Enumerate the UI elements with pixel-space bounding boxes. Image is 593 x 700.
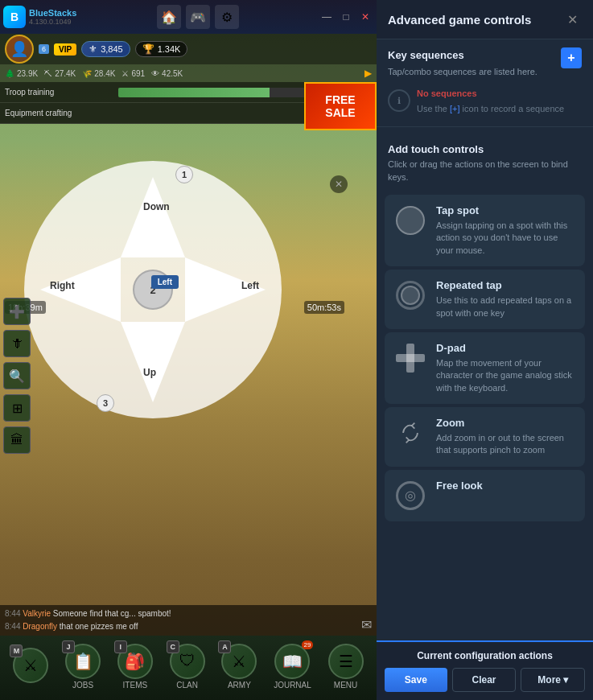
free-sale-banner[interactable]: FREESALE: [304, 82, 377, 130]
freelook-icon: ◎: [396, 481, 425, 510]
dpad-desc: Map the movement of your character or th…: [436, 357, 575, 394]
side-icon-3[interactable]: 🔍: [3, 362, 31, 389]
troops-value: 691: [131, 69, 145, 78]
repeated-tap-card[interactable]: Repeated tap Use this to add repeated ta…: [385, 270, 585, 329]
right-panel: Advanced game controls ✕ Key sequences +…: [377, 0, 593, 700]
key-sequences-section: Key sequences + Tap/combo sequences are …: [377, 39, 593, 118]
bottom-item-m[interactable]: ⚔ M: [13, 648, 48, 685]
gold-resource[interactable]: ⚜ 3,845: [81, 41, 130, 57]
settings-icon[interactable]: ⚙: [215, 5, 239, 29]
repeated-tap-text: Repeated tap Use this to add repeated ta…: [436, 279, 575, 319]
expand-arrow[interactable]: ▶: [364, 68, 372, 79]
footer-header: Current configuration actions: [385, 650, 585, 661]
panel-title: Advanced game controls: [388, 13, 531, 27]
side-icon-5[interactable]: 🏛: [3, 426, 31, 454]
zoom-card[interactable]: Zoom Add zoom in or out to the screen th…: [385, 407, 585, 467]
tap-spot-desc: Assign tapping on a spot with this actio…: [436, 220, 575, 257]
side-icon-2[interactable]: 🗡: [3, 330, 31, 357]
add-sequence-button[interactable]: +: [561, 47, 582, 68]
dpad-card-icon: [396, 344, 425, 373]
bottom-item-army[interactable]: ⚔ A ARMY: [221, 644, 257, 690]
key-sequences-desc: Tap/combo sequences are listed here.: [377, 66, 593, 84]
player-avatar: 👤: [5, 35, 34, 64]
no-sequences-text: No sequences Use the [+] icon to record …: [417, 88, 564, 115]
bottom-item-jobs[interactable]: 📋 J JOBS: [65, 644, 101, 690]
repeated-tap-icon-wrap: [394, 279, 426, 311]
waypoint-3-badge: 3: [97, 394, 114, 412]
bottom-action-bar: ⚔ M 📋 J JOBS 🎒 I ITEMS 🛡 C CLAN: [0, 636, 377, 700]
repeated-tap-icon: [396, 281, 425, 310]
stone-icon: ⛏: [44, 69, 52, 78]
repeated-tap-title: Repeated tap: [436, 279, 575, 291]
zoom-text: Zoom Add zoom in or out to the screen th…: [436, 417, 575, 457]
bottom-item-clan[interactable]: 🛡 C CLAN: [170, 644, 205, 690]
close-button[interactable]: ✕: [357, 9, 373, 25]
clear-button[interactable]: Clear: [452, 668, 517, 692]
add-touch-section: Add touch controls Click or drag the act…: [377, 135, 593, 191]
coins-resource[interactable]: 🏆 1.34K: [135, 41, 188, 57]
game-panel: B BlueStacks 4.130.0.1049 🏠 🎮 ⚙ — □ ✕ 👤 …: [0, 0, 377, 700]
chat-time-1: 8:44: [5, 609, 20, 618]
side-icon-1[interactable]: ➕: [3, 298, 31, 325]
freelook-text: Free look: [436, 480, 575, 495]
app-name: BlueStacks: [29, 8, 76, 18]
sequence-info-icon: ℹ: [388, 89, 410, 112]
troops-icon: ⚔: [121, 69, 129, 78]
minimize-button[interactable]: —: [319, 9, 335, 25]
dpad-title: D-pad: [436, 342, 575, 354]
panel-close-button[interactable]: ✕: [562, 10, 582, 29]
coins-icon: 🏆: [142, 43, 154, 55]
bottom-icon-jobs-wrap: 📋 J: [65, 644, 101, 679]
game-icon[interactable]: 🎮: [186, 5, 210, 29]
maximize-button[interactable]: □: [338, 9, 354, 25]
side-icon-4[interactable]: ⊞: [3, 394, 31, 422]
troop-progress-fill: [118, 88, 270, 97]
chat-text-1: Someone find that cg... spambot!: [53, 609, 171, 618]
dpad-close-button[interactable]: ✕: [330, 175, 348, 193]
freelook-glyph: ◎: [405, 488, 416, 503]
items-key-badge: I: [114, 640, 127, 653]
menu-label: MENU: [334, 681, 357, 690]
more-button[interactable]: More ▾: [521, 668, 585, 692]
chat-line-1: 8:44 Valkyrie Someone find that cg... sp…: [5, 607, 372, 620]
no-sequences-area: ℹ No sequences Use the [+] icon to recor…: [377, 84, 593, 118]
bottom-icon-m-wrap: ⚔ M: [13, 648, 48, 683]
gold-icon: ⚜: [89, 43, 97, 55]
hud-row-2: 🌲 23.9K ⛏ 27.4K 🌾 28.4K ⚔ 691 👁 42.5K ▶: [0, 64, 377, 82]
freelook-card[interactable]: ◎ Free look: [385, 470, 585, 521]
more-chevron-icon: ▾: [563, 674, 568, 686]
more-label: More: [537, 674, 561, 686]
gold-value: 3,845: [101, 44, 123, 54]
bottom-item-journal[interactable]: 📖 29 JOURNAL: [274, 644, 311, 690]
no-sequences-hint: Use the [+] icon to record a sequence: [417, 103, 564, 115]
home-icon[interactable]: 🏠: [157, 5, 181, 29]
freelook-title: Free look: [436, 480, 575, 492]
wood-icon: 🌲: [5, 69, 14, 78]
panel-content: Key sequences + Tap/combo sequences are …: [377, 39, 593, 640]
stone-value: 27.4K: [55, 69, 76, 78]
left-key-badge: Left: [151, 275, 179, 289]
troop-label: Troop training: [5, 88, 113, 97]
dpad-card-icon-wrap: [394, 342, 426, 374]
hud-row-1: 👤 6 VIP ⚜ 3,845 🏆 1.34K: [0, 34, 377, 64]
bottom-icon-items-wrap: 🎒 I: [117, 644, 153, 679]
chat-text-2: that one pizzes me off: [60, 622, 138, 631]
dpad-card[interactable]: D-pad Map the movement of your character…: [385, 332, 585, 404]
key-sequences-title: Key sequences: [388, 49, 464, 61]
save-button[interactable]: Save: [385, 668, 447, 692]
zoom-icon-wrap: [394, 417, 426, 449]
equipment-label: Equipment crafting: [5, 109, 305, 117]
mail-icon[interactable]: ✉: [361, 617, 372, 632]
tap-spot-icon: [394, 204, 426, 237]
tap-spot-card[interactable]: Tap spot Assign tapping on a spot with t…: [385, 195, 585, 266]
wood-value: 23.9K: [17, 69, 38, 78]
food-value: 28.4K: [94, 69, 115, 78]
bottom-item-items[interactable]: 🎒 I ITEMS: [117, 644, 153, 690]
bottom-item-menu[interactable]: ☰ MENU: [328, 644, 364, 690]
zoom-desc: Add zoom in or out to the screen that su…: [436, 432, 575, 457]
freelook-icon-wrap: ◎: [394, 480, 426, 512]
app-version: 4.130.0.1049: [29, 18, 76, 26]
bluestacks-icon: B: [3, 6, 26, 28]
power-value: 42.5K: [162, 69, 183, 78]
add-touch-desc: Click or drag the actions on the screen …: [377, 159, 593, 191]
